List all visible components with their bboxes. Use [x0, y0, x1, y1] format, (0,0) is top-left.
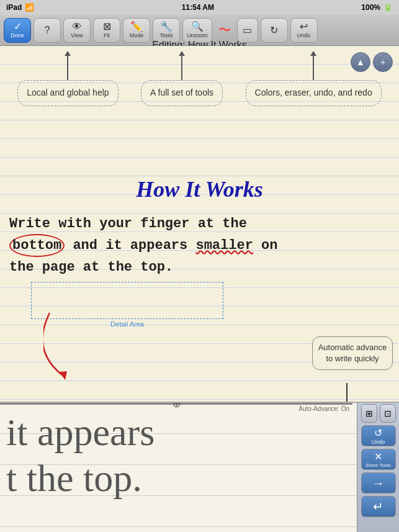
time-display: 11:54 AM	[182, 3, 214, 12]
battery-label: 100%	[361, 3, 380, 12]
toolbar: ✓ Done ? 👁 View ⊠ Fit ✏️ Mode 🔧 Tools 🔍 …	[0, 15, 399, 46]
status-right: 100% 🔋	[361, 3, 393, 12]
mode-icon: ✏️	[130, 22, 143, 32]
arrow-up-2	[181, 55, 182, 80]
cards-area: Local and global help A full set of tool…	[0, 46, 399, 112]
hw-line-2: bottom and it appears smaller on	[9, 234, 390, 257]
view-button[interactable]: 👁 View	[63, 18, 91, 43]
main-title: How It Works	[0, 176, 399, 202]
undo-label: Undo	[372, 439, 385, 445]
scroll-buttons: ▲ +	[351, 52, 393, 72]
tools-button[interactable]: 🔧 Tools	[153, 18, 180, 43]
battery-icon: 🔋	[383, 3, 393, 12]
arrow-down-btn[interactable]: ↵	[361, 496, 396, 517]
x-icon: ✕	[374, 451, 382, 462]
question-icon: ?	[45, 25, 50, 35]
arrow-up-1	[67, 55, 68, 80]
undo-icon: ↺	[374, 427, 382, 439]
detail-area-label: Detail Area	[110, 320, 144, 328]
handwritten-area: Write with your finger at the bottom and…	[9, 214, 390, 277]
svg-marker-0	[59, 371, 67, 380]
plus-icon: +	[380, 57, 385, 67]
hw-line-1: Write with your finger at the	[9, 214, 390, 234]
undo-button[interactable]: ↩ Undo	[290, 18, 318, 43]
wifi-icon: 📶	[25, 3, 34, 12]
eye-icon: 👁	[72, 22, 82, 32]
arrow-up-3	[313, 55, 314, 80]
card-col-2: A full set of tools	[141, 55, 223, 106]
unzoom-icon: 🔍	[191, 22, 204, 32]
undo-icon: ↩	[300, 22, 308, 32]
main-content: ▲ + Local and global help A full set of …	[0, 46, 399, 532]
bottom-line-1: it appears	[6, 409, 155, 455]
arrow-right-btn[interactable]: →	[361, 472, 396, 494]
status-left: iPad 📶	[6, 3, 34, 12]
tools-icon: 🔧	[160, 22, 173, 32]
zoom-tools-label: Zoom Tools	[365, 462, 391, 468]
grid-icon-1: ⊞	[365, 408, 373, 418]
grid-btn-2[interactable]: ⊡	[380, 404, 396, 423]
card-col-1: Local and global help	[17, 55, 118, 106]
hw-underlined-word: smaller	[195, 238, 253, 253]
wave-button[interactable]: 〜	[215, 18, 235, 43]
red-arrow	[43, 307, 93, 381]
eraser-button[interactable]: ▭	[237, 18, 258, 43]
hw-line-3: the page at the top.	[9, 257, 390, 277]
refresh-button[interactable]: ↻	[261, 18, 288, 43]
add-button[interactable]: +	[373, 52, 393, 72]
card-3: Colors, eraser, undo, and redo	[246, 80, 382, 106]
card-1: Local and global help	[17, 80, 118, 106]
eraser-icon: ▭	[243, 25, 252, 35]
fit-icon: ⊠	[103, 22, 111, 32]
undo-btn[interactable]: ↺ Undo	[361, 425, 396, 446]
fit-button[interactable]: ⊠ Fit	[93, 18, 120, 43]
grid-btn-1[interactable]: ⊞	[361, 404, 377, 423]
grid-icon-2: ⊡	[384, 408, 392, 418]
unzoom-button[interactable]: 🔍 Unzoom	[182, 18, 212, 43]
wave-icon: 〜	[218, 22, 231, 38]
auto-advance-callout: Automatic advance to write quickly	[312, 336, 393, 370]
bottom-line-2: t the top.	[6, 455, 155, 501]
rp-row-1: ⊞ ⊡	[361, 404, 396, 423]
mode-button[interactable]: ✏️ Mode	[123, 18, 150, 43]
hw-circled-word: bottom	[9, 234, 65, 257]
bottom-area: ⊕ Auto-Advance: On it appears t the top.…	[0, 402, 399, 532]
card-2: A full set of tools	[141, 80, 223, 106]
arrow-down-icon: ↵	[373, 499, 383, 514]
divider-arrow: ⊕	[173, 402, 181, 410]
scroll-up-button[interactable]: ▲	[351, 52, 370, 72]
arrow-right-icon: →	[372, 476, 385, 490]
bottom-divider: ⊕	[0, 403, 352, 405]
help-button[interactable]: ?	[34, 18, 61, 43]
status-bar: iPad 📶 11:54 AM 100% 🔋	[0, 0, 399, 15]
refresh-icon: ↻	[270, 25, 278, 35]
x-btn[interactable]: ✕ Zoom Tools	[361, 449, 396, 470]
checkmark-icon: ✓	[14, 22, 22, 32]
done-button[interactable]: ✓ Done	[4, 18, 31, 43]
chevron-up-icon: ▲	[356, 57, 365, 67]
auto-advance-status: Auto-Advance: On	[298, 405, 349, 412]
ipad-label: iPad	[6, 3, 22, 12]
bottom-handwriting: it appears t the top.	[6, 409, 155, 502]
right-panel: ⊞ ⊡ ↺ Undo ✕ Zoom Tools →	[357, 402, 399, 532]
